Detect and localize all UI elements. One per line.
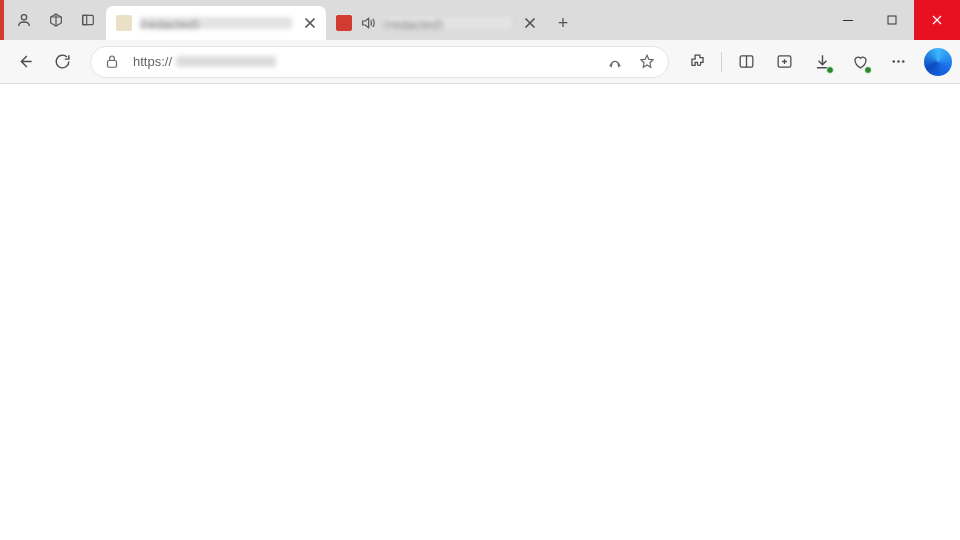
tab-favicon xyxy=(336,15,352,31)
toolbar-separator xyxy=(721,52,722,72)
profile-icon[interactable] xyxy=(14,10,34,30)
tab-title: (redacted) xyxy=(384,17,512,29)
tab-close-icon[interactable] xyxy=(300,13,320,33)
tab-2[interactable]: (redacted) xyxy=(326,6,546,40)
svg-point-7 xyxy=(892,60,895,63)
titlebar: (redacted) (redacted) + xyxy=(0,0,960,40)
svg-rect-1 xyxy=(83,15,94,24)
svg-point-9 xyxy=(901,60,904,63)
site-info-icon[interactable] xyxy=(101,51,123,73)
tab-strip: (redacted) (redacted) + xyxy=(106,0,580,40)
address-bar[interactable]: https:// xyxy=(90,46,669,78)
essentials-badge xyxy=(864,66,872,74)
tab-favicon xyxy=(116,15,132,31)
svg-rect-2 xyxy=(83,15,87,24)
svg-point-8 xyxy=(897,60,900,63)
refresh-button[interactable] xyxy=(46,46,78,78)
workspaces-icon[interactable] xyxy=(46,10,66,30)
read-aloud-icon[interactable] xyxy=(604,51,626,73)
tab-audio-icon[interactable] xyxy=(360,15,376,31)
collections-button[interactable] xyxy=(768,46,800,78)
minimize-button[interactable] xyxy=(826,0,870,40)
favorite-icon[interactable] xyxy=(636,51,658,73)
url-text[interactable]: https:// xyxy=(133,54,594,69)
tab-actions-icon[interactable] xyxy=(78,10,98,30)
extensions-button[interactable] xyxy=(681,46,713,78)
split-screen-button[interactable] xyxy=(730,46,762,78)
copilot-button[interactable] xyxy=(924,48,952,76)
maximize-button[interactable] xyxy=(870,0,914,40)
tab-close-icon[interactable] xyxy=(520,13,540,33)
more-button[interactable] xyxy=(882,46,914,78)
svg-rect-4 xyxy=(108,60,117,67)
svg-rect-3 xyxy=(888,16,896,24)
browser-toolbar: https:// xyxy=(0,40,960,84)
browser-essentials-button[interactable] xyxy=(844,46,876,78)
new-tab-button[interactable]: + xyxy=(546,6,580,40)
downloads-button[interactable] xyxy=(806,46,838,78)
page-content xyxy=(0,84,960,540)
downloads-badge xyxy=(826,66,834,74)
tab-title: (redacted) xyxy=(140,17,292,29)
close-window-button[interactable] xyxy=(914,0,960,40)
url-host-redacted xyxy=(176,56,276,67)
titlebar-left-controls xyxy=(4,0,106,40)
back-button[interactable] xyxy=(8,46,40,78)
window-controls xyxy=(826,0,960,40)
tab-1[interactable]: (redacted) xyxy=(106,6,326,40)
titlebar-drag-region xyxy=(580,0,826,40)
url-scheme: https:// xyxy=(133,54,172,69)
window-accent-strip xyxy=(0,0,4,40)
svg-point-0 xyxy=(21,15,26,20)
